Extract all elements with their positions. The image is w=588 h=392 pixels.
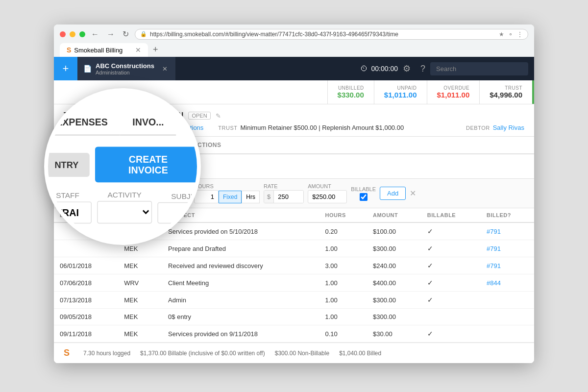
- table-row: 09/11/2018MEKServices provided on 9/11/2…: [54, 325, 534, 343]
- row-billed: [481, 325, 534, 343]
- matter-tab-icon: 📄: [83, 65, 92, 73]
- row-hours: 1.00: [319, 292, 368, 309]
- invoice-link[interactable]: #791: [487, 262, 501, 270]
- stat-overdue: OVERDUE $1,011.00: [427, 80, 480, 104]
- forward-button[interactable]: →: [105, 29, 117, 40]
- new-tab-button[interactable]: +: [149, 43, 162, 57]
- invoice-link[interactable]: #791: [487, 228, 501, 235]
- menu-icon[interactable]: ⋮: [517, 31, 523, 38]
- debtor-label: DEBTOR: [466, 125, 490, 131]
- amount-input[interactable]: [308, 190, 347, 203]
- trust-meta-value: Minimum Retainer $500.00 | Replenish Amo…: [241, 124, 404, 131]
- billable-check-icon: ✓: [427, 227, 433, 235]
- col-billed: BILLED?: [481, 208, 534, 222]
- back-button[interactable]: ←: [89, 29, 101, 40]
- window-maximize-button[interactable]: [79, 31, 85, 37]
- mag-activity-select[interactable]: [97, 201, 152, 223]
- browser-chrome: ← → ↻ 🔒 https://billing.smokeball.com/#/…: [54, 24, 534, 57]
- invoice-link[interactable]: #844: [487, 279, 501, 287]
- mag-entry-button[interactable]: NTRY: [44, 152, 90, 176]
- help-icon[interactable]: ?: [416, 64, 430, 74]
- row-subject: Prepare and Drafted: [162, 240, 319, 257]
- col-hours: HOURS: [319, 208, 368, 222]
- row-billable: ✓: [421, 240, 481, 257]
- table-row: 09/05/2018MEK0$ entry1.00$300.00: [54, 309, 534, 325]
- row-amount: $300.00: [367, 309, 421, 325]
- url-text: https://billing.smokeball.com/#/billing/…: [150, 31, 398, 38]
- stat-unbilled-label: UNBILLED: [338, 85, 364, 91]
- magnify-circle: EXPENSES INVO... NTRY CREATE INVOICE STA…: [44, 88, 201, 245]
- matter-tab-title: ABC Constructions: [96, 62, 154, 70]
- billable-check-icon: ✓: [427, 245, 433, 252]
- table-row: 07/13/2018MEKAdmin1.00$300.00✓: [54, 292, 534, 309]
- debtor-value[interactable]: Sally Rivas: [493, 124, 524, 131]
- footer-hours: 7.30 hours logged: [83, 350, 130, 357]
- row-subject: 0$ entry: [162, 309, 319, 325]
- row-billed: #844: [481, 274, 534, 292]
- tab-favicon: S: [67, 46, 71, 54]
- row-billable: ✓: [421, 292, 481, 309]
- stat-unbilled: UNBILLED $330.00: [327, 80, 374, 104]
- settings-icon[interactable]: ⚙: [398, 63, 416, 74]
- hours-input[interactable]: [194, 190, 219, 203]
- mag-tab-expenses[interactable]: EXPENSES: [44, 110, 120, 136]
- row-staff: MEK: [118, 325, 162, 343]
- mag-staff-label: STAFF: [44, 191, 92, 199]
- stat-trust-label: TRUST: [490, 85, 522, 91]
- table-row: 06/01/2018MEKReceived and reviewed disco…: [54, 257, 534, 274]
- window-close-button[interactable]: [60, 31, 66, 37]
- tab-close-button[interactable]: ✕: [135, 46, 141, 54]
- row-billable: ✓: [421, 274, 481, 292]
- row-subject: Admin: [162, 292, 319, 309]
- stat-trust: TRUST $4,996.00: [479, 80, 534, 104]
- row-billed: #791: [481, 222, 534, 240]
- mag-subject-label: SUBJECT: [157, 192, 201, 200]
- row-date: 07/06/2018: [54, 274, 118, 292]
- row-staff: WRV: [118, 274, 162, 292]
- matter-tab-text: ABC Constructions Administration: [96, 62, 154, 75]
- footer-logo: S: [64, 348, 70, 358]
- address-bar: 🔒 https://billing.smokeball.com/#/billin…: [135, 29, 528, 40]
- window-minimize-button[interactable]: [70, 31, 75, 37]
- billable-checkbox[interactable]: [360, 193, 368, 201]
- reload-button[interactable]: ↻: [121, 28, 131, 40]
- mag-subject-input[interactable]: [157, 202, 201, 223]
- row-billable: [421, 309, 481, 325]
- search-input[interactable]: [430, 62, 528, 75]
- tab-title: Smokeball Billing: [74, 47, 122, 54]
- new-item-button[interactable]: +: [54, 57, 77, 80]
- row-hours: 0.10: [319, 325, 368, 343]
- edit-icon[interactable]: ✎: [216, 112, 221, 120]
- mag-activity-label: ACTIVITY: [97, 191, 152, 199]
- row-date: 06/01/2018: [54, 257, 118, 274]
- fixed-rate-button[interactable]: Fixed: [219, 191, 242, 203]
- row-billed: [481, 292, 534, 309]
- row-subject: Received and reviewed discovery: [162, 257, 319, 274]
- amount-label: AMOUNT: [308, 183, 347, 189]
- account-icon[interactable]: ⚬: [508, 31, 513, 38]
- lock-icon: 🔒: [140, 31, 147, 37]
- stat-unbilled-value: $330.00: [338, 91, 364, 99]
- row-date: 09/05/2018: [54, 309, 118, 325]
- row-hours: 1.00: [319, 274, 368, 292]
- stat-trust-value: $4,996.00: [490, 91, 522, 99]
- hrs-rate-button[interactable]: Hrs: [242, 191, 260, 203]
- invoice-link[interactable]: #791: [487, 245, 501, 252]
- mag-create-invoice-button[interactable]: CREATE INVOICE: [95, 147, 201, 182]
- row-subject: Client Meeting: [162, 274, 319, 292]
- matter-tab-close[interactable]: ✕: [162, 65, 168, 73]
- rate-input[interactable]: [274, 191, 303, 203]
- browser-tab[interactable]: S Smokeball Billing ✕: [60, 43, 148, 57]
- billable-check-icon: ✓: [427, 330, 433, 338]
- bookmark-icon[interactable]: ★: [499, 31, 504, 38]
- row-amount: $300.00: [367, 240, 421, 257]
- plus-icon: +: [63, 62, 69, 75]
- mag-tab-invoices[interactable]: INVO...: [120, 110, 176, 136]
- matter-tab[interactable]: 📄 ABC Constructions Administration ✕: [77, 57, 175, 80]
- row-amount: $400.00: [367, 274, 421, 292]
- row-billed: [481, 309, 534, 325]
- stat-overdue-value: $1,011.00: [437, 91, 470, 99]
- cancel-entry-button[interactable]: ✕: [410, 189, 416, 198]
- rate-input-group: $: [264, 190, 304, 203]
- add-button[interactable]: Add: [380, 187, 406, 200]
